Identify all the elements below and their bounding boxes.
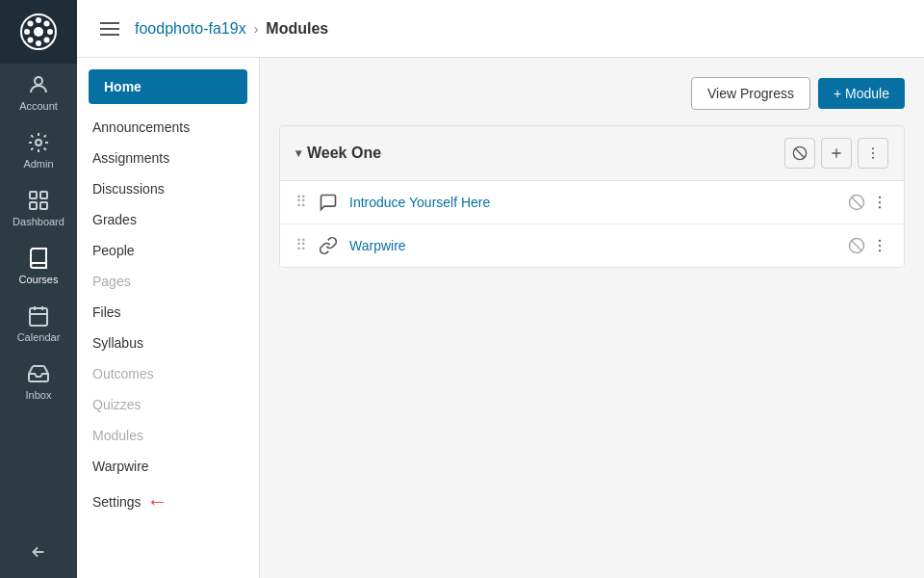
svg-point-2 [36,17,41,23]
module-add-item-button[interactable] [821,138,852,169]
svg-point-1 [34,27,43,37]
item-unpublish-button-warpwire[interactable] [848,237,865,254]
module-title: ▾ Week One [295,144,777,162]
svg-point-11 [36,140,41,145]
sidebar-item-account[interactable]: Account [0,64,77,121]
svg-point-9 [28,38,34,43]
nav-item-assignments[interactable]: Assignments [77,143,259,173]
breadcrumb-current: Modules [266,20,328,38]
module-title-text: Week One [307,144,381,162]
svg-rect-16 [30,308,47,326]
topbar: foodphoto-fa19x › Modules [77,0,924,58]
module-collapse-icon: ▾ [295,146,301,160]
sidebar-item-calendar[interactable]: Calendar [0,295,77,353]
svg-rect-13 [40,192,47,198]
svg-point-4 [24,29,30,35]
sidebar-item-admin-label: Admin [23,158,53,170]
view-progress-button[interactable]: View Progress [691,77,810,110]
nav-item-quizzes: Quizzes [77,389,259,420]
item-actions [848,194,888,211]
module-item-introduce-yourself: ⠿ Introduce Yourself Here [280,181,904,224]
svg-point-22 [872,147,874,149]
svg-point-10 [35,77,42,85]
course-nav-list: Announcements Assignments Discussions Gr… [77,112,259,522]
module-week-one: ▾ Week One [279,125,905,268]
svg-rect-14 [30,202,37,209]
page-toolbar: View Progress + Module [279,77,905,110]
svg-rect-12 [30,192,37,198]
nav-item-warpwire[interactable]: Warpwire [77,451,259,482]
app-logo [0,0,77,64]
home-button[interactable]: Home [89,69,247,104]
hamburger-button[interactable] [96,18,123,39]
nav-item-syllabus[interactable]: Syllabus [77,328,259,358]
nav-item-pages: Pages [77,266,259,297]
discussion-icon [317,193,340,212]
nav-item-announcements[interactable]: Announcements [77,112,259,143]
svg-line-26 [852,197,862,208]
svg-point-8 [44,21,50,27]
module-options-button[interactable] [858,138,888,169]
link-icon [317,236,340,255]
svg-point-29 [879,206,881,208]
svg-point-32 [879,240,881,242]
sidebar-item-calendar-label: Calendar [17,331,61,343]
svg-point-33 [879,245,881,247]
svg-point-3 [36,40,41,46]
svg-point-5 [47,29,53,35]
item-options-button-warpwire[interactable] [871,237,888,254]
svg-point-7 [44,38,50,43]
svg-line-19 [795,148,804,157]
item-options-button-introduce[interactable] [871,194,888,211]
svg-point-28 [879,201,881,203]
content-wrapper: Home Announcements Assignments Discussio… [77,58,924,578]
sidebar-item-inbox-label: Inbox [26,389,52,401]
sidebar-item-courses[interactable]: Courses [0,237,77,295]
item-title-introduce-yourself[interactable]: Introduce Yourself Here [349,195,838,210]
sidebar-item-account-label: Account [19,100,58,112]
add-module-button[interactable]: + Module [818,78,905,109]
item-unpublish-button-introduce[interactable] [848,194,865,211]
main-content: foodphoto-fa19x › Modules Home Announcem… [77,0,924,578]
nav-item-files[interactable]: Files [77,297,259,328]
sidebar-item-admin[interactable]: Admin [0,121,77,179]
sidebar-item-dashboard-label: Dashboard [13,216,64,227]
svg-rect-15 [40,202,47,209]
sidebar-item-dashboard[interactable]: Dashboard [0,179,77,237]
item-title-warpwire[interactable]: Warpwire [349,238,838,253]
svg-point-27 [879,197,881,198]
svg-point-24 [872,157,874,159]
nav-item-grades[interactable]: Grades [77,204,259,235]
settings-label: Settings [92,494,141,510]
svg-point-23 [872,152,874,154]
nav-item-outcomes: Outcomes [77,358,259,389]
nav-item-settings[interactable]: Settings ← [77,482,259,522]
nav-item-people[interactable]: People [77,235,259,266]
sidebar-item-courses-label: Courses [19,274,59,285]
module-unpublish-button[interactable] [784,138,815,169]
module-header: ▾ Week One [280,126,904,181]
item-actions-2 [848,237,888,254]
nav-item-modules: Modules [77,420,259,451]
settings-arrow-icon: ← [147,489,168,514]
sidebar: Account Admin Dashboard Courses Calendar [0,0,77,578]
drag-handle-icon-2[interactable]: ⠿ [295,238,307,253]
breadcrumb-course-link[interactable]: foodphoto-fa19x [135,20,246,38]
svg-point-34 [879,250,881,251]
modules-page: View Progress + Module ▾ Week One [260,58,924,578]
nav-item-discussions[interactable]: Discussions [77,173,259,204]
collapse-nav-button[interactable] [0,526,77,578]
sidebar-item-inbox[interactable]: Inbox [0,353,77,410]
module-item-warpwire: ⠿ Warpwire [280,224,904,267]
svg-point-6 [28,21,34,27]
breadcrumb-separator: › [254,21,259,37]
svg-line-31 [852,241,862,251]
drag-handle-icon[interactable]: ⠿ [295,195,307,210]
course-nav: Home Announcements Assignments Discussio… [77,58,260,578]
breadcrumb: foodphoto-fa19x › Modules [135,20,328,38]
module-header-actions [784,138,888,169]
